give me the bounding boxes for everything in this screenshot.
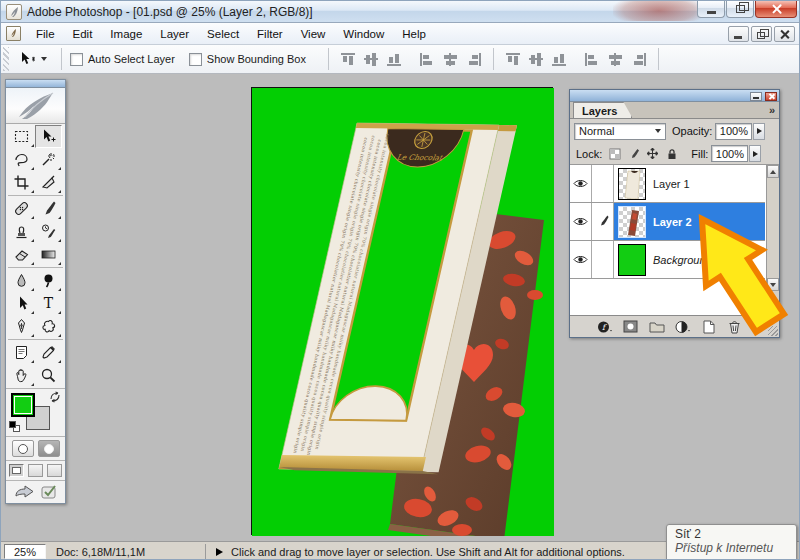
imageready-check-icon[interactable] xyxy=(40,484,58,500)
distribute-vertical-centers-icon[interactable] xyxy=(528,53,545,66)
new-group-button[interactable] xyxy=(648,319,665,334)
edit-in-imageready-icon[interactable] xyxy=(14,484,36,500)
menu-window[interactable]: Window xyxy=(334,25,393,43)
visibility-toggle-background[interactable] xyxy=(570,241,592,278)
tool-clone-stamp[interactable] xyxy=(8,220,35,243)
visibility-toggle-layer2[interactable] xyxy=(570,203,592,240)
menu-edit[interactable]: Edit xyxy=(64,25,102,43)
doc-close-button[interactable] xyxy=(774,26,795,42)
tool-notes[interactable] xyxy=(8,341,35,364)
auto-select-layer-option[interactable]: Auto Select Layer xyxy=(70,53,175,66)
blend-mode-select[interactable]: Normal xyxy=(574,123,666,140)
fill-value[interactable]: 100% xyxy=(711,145,748,162)
quick-mask-mode-button[interactable] xyxy=(38,440,60,457)
distribute-bottom-edges-icon[interactable] xyxy=(551,53,568,66)
lock-all-icon[interactable] xyxy=(664,146,679,161)
canvas[interactable]: Le Chocolat cocoa intensity chocolate si… xyxy=(251,87,553,535)
link-cell-layer1[interactable] xyxy=(592,165,614,202)
full-screen-mode-button[interactable] xyxy=(47,464,62,477)
tool-pen[interactable] xyxy=(8,315,35,338)
standard-screen-mode-button[interactable] xyxy=(9,464,24,477)
layer-style-button[interactable]: f xyxy=(596,319,613,334)
palette-title-bar[interactable] xyxy=(570,90,779,102)
tool-gradient[interactable] xyxy=(35,243,62,266)
tool-brush[interactable] xyxy=(35,197,62,220)
layer-list-scrollbar[interactable] xyxy=(766,165,779,319)
menu-image[interactable]: Image xyxy=(101,25,151,43)
tool-magic-wand[interactable] xyxy=(35,148,62,171)
close-button[interactable] xyxy=(755,1,797,18)
tool-zoom[interactable] xyxy=(35,364,62,387)
zoom-level-input[interactable]: 25% xyxy=(4,544,46,559)
toolbox-title-bar[interactable] xyxy=(6,80,65,88)
full-screen-menu-mode-button[interactable] xyxy=(28,464,43,477)
opacity-value[interactable]: 100% xyxy=(715,123,752,140)
active-brush-cell-layer2[interactable] xyxy=(592,203,614,240)
title-bar[interactable]: Adobe Photoshop - [01.psd @ 25% (Layer 2… xyxy=(1,1,800,23)
tool-rectangular-marquee[interactable] xyxy=(8,125,35,148)
align-left-edges-icon[interactable] xyxy=(419,53,436,66)
tool-dodge[interactable] xyxy=(35,269,62,292)
doc-minimize-button[interactable] xyxy=(728,26,749,42)
thumbnail-layer1[interactable] xyxy=(618,168,646,200)
scroll-down-button[interactable] xyxy=(767,278,779,291)
menu-file[interactable]: File xyxy=(27,25,64,43)
tool-type[interactable]: T xyxy=(35,292,62,315)
link-cell-background[interactable] xyxy=(592,241,614,278)
thumbnail-background[interactable] xyxy=(618,244,646,276)
tool-path-selection[interactable] xyxy=(8,292,35,315)
standard-mode-button[interactable] xyxy=(12,440,34,457)
visibility-toggle-layer1[interactable] xyxy=(570,165,592,202)
doc-restore-button[interactable] xyxy=(751,26,772,42)
palette-close-button[interactable] xyxy=(765,92,777,101)
layer-row-layer1[interactable]: Layer 1 xyxy=(570,165,765,203)
tool-preset-caret[interactable] xyxy=(41,57,47,61)
menu-help[interactable]: Help xyxy=(393,25,435,43)
align-horizontal-centers-icon[interactable] xyxy=(442,53,459,66)
document-icon[interactable] xyxy=(6,26,21,41)
distribute-left-edges-icon[interactable] xyxy=(584,53,601,66)
menu-layer[interactable]: Layer xyxy=(151,25,198,43)
distribute-top-edges-icon[interactable] xyxy=(505,53,522,66)
tool-blur[interactable] xyxy=(8,269,35,292)
tool-lasso[interactable] xyxy=(8,148,35,171)
fill-slider-button[interactable] xyxy=(749,145,761,162)
palette-menu-icon[interactable]: » xyxy=(769,104,774,116)
swap-colors-icon[interactable] xyxy=(49,391,61,403)
tool-hand[interactable] xyxy=(8,364,35,387)
auto-select-layer-checkbox[interactable] xyxy=(70,53,83,66)
distribute-right-edges-icon[interactable] xyxy=(630,53,647,66)
lock-image-icon[interactable] xyxy=(626,146,641,161)
align-right-edges-icon[interactable] xyxy=(465,53,482,66)
show-bounding-box-option[interactable]: Show Bounding Box xyxy=(189,53,306,66)
tool-slice[interactable] xyxy=(35,171,62,194)
layer-row-background[interactable]: Background xyxy=(570,241,765,279)
distribute-horizontal-centers-icon[interactable] xyxy=(607,53,624,66)
align-vertical-centers-icon[interactable] xyxy=(363,53,380,66)
tool-custom-shape[interactable] xyxy=(35,315,62,338)
thumbnail-layer2[interactable] xyxy=(618,206,646,238)
new-adjustment-layer-button[interactable] xyxy=(674,319,691,334)
tool-eraser[interactable] xyxy=(8,243,35,266)
tool-healing-brush[interactable] xyxy=(8,197,35,220)
scroll-up-button[interactable] xyxy=(767,165,779,178)
tool-crop[interactable] xyxy=(8,171,35,194)
opacity-slider-button[interactable] xyxy=(753,123,765,140)
align-bottom-edges-icon[interactable] xyxy=(386,53,403,66)
menu-select[interactable]: Select xyxy=(198,25,248,43)
tool-history-brush[interactable] xyxy=(35,220,62,243)
menu-view[interactable]: View xyxy=(292,25,335,43)
current-tool-well[interactable] xyxy=(13,49,53,70)
align-top-edges-icon[interactable] xyxy=(340,53,357,66)
new-layer-button[interactable] xyxy=(700,319,717,334)
menu-filter[interactable]: Filter xyxy=(248,25,292,43)
layers-tab[interactable]: Layers xyxy=(573,102,632,118)
lock-position-icon[interactable] xyxy=(645,146,660,161)
restore-button[interactable] xyxy=(726,1,754,18)
lock-transparency-icon[interactable] xyxy=(607,146,622,161)
delete-layer-button[interactable] xyxy=(726,319,743,334)
options-bar-grip[interactable] xyxy=(3,47,9,71)
palette-minimize-button[interactable] xyxy=(750,92,762,101)
tool-move[interactable] xyxy=(35,125,62,148)
tool-eyedropper[interactable] xyxy=(35,341,62,364)
